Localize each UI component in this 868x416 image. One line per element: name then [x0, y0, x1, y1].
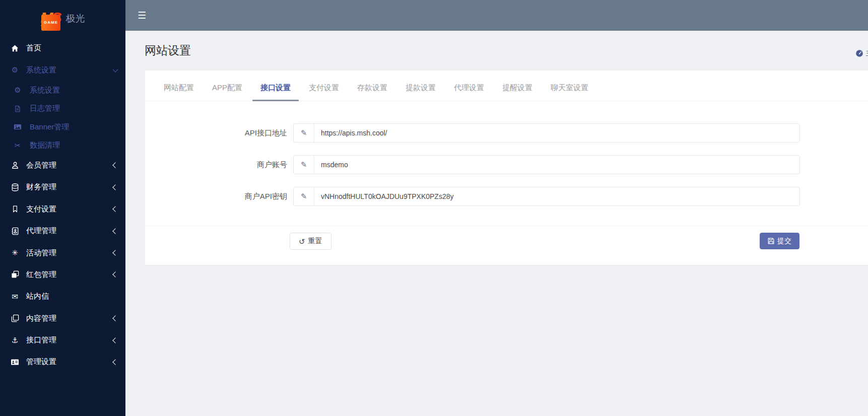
chevron-left-icon — [113, 163, 117, 167]
merchant-account-label: 商户账号 — [145, 160, 287, 170]
sidebar-item-label: 支付设置 — [26, 204, 56, 214]
reset-button-label: 重置 — [308, 237, 322, 246]
sidebar-subitem-label: 系统设置 — [30, 86, 60, 95]
form-footer: ↺ 重置 提交 — [145, 226, 868, 269]
user-icon — [11, 161, 19, 169]
sidebar-item-system-settings[interactable]: ⚙系统设置 — [0, 59, 125, 81]
anchor-icon: ⚓ — [11, 336, 19, 345]
image-icon — [14, 123, 22, 131]
sidebar-item-payment-settings[interactable]: 支付设置 — [0, 198, 125, 220]
merchant-api-key-label: 商户API密钥 — [145, 192, 287, 201]
tab-pay-settings[interactable]: 支付设置 — [301, 83, 347, 101]
logo-title: 极光 — [66, 12, 85, 25]
chevron-down-icon — [113, 69, 117, 72]
sidebar-item-api-management[interactable]: ⚓接口管理 — [0, 329, 125, 351]
chevron-left-icon — [113, 272, 117, 276]
settings-tabs: 网站配置APP配置接口设置支付设置存款设置提款设置代理设置提醒设置聊天室设置 — [145, 71, 868, 101]
save-icon — [768, 238, 774, 244]
submit-button-label: 提交 — [777, 237, 791, 246]
app-logo[interactable]: MS GAME 极光 — [0, 0, 125, 37]
sidebar-item-site-message[interactable]: ✉站内信 — [0, 286, 125, 307]
home-icon — [11, 44, 19, 52]
sidebar-item-label: 接口管理 — [26, 335, 56, 345]
database-icon — [11, 183, 19, 191]
tab-agent-settings[interactable]: 代理设置 — [446, 83, 492, 101]
tab-withdraw-settings[interactable]: 提款设置 — [397, 83, 444, 101]
gear-icon: ⚙ — [14, 86, 22, 95]
sidebar: MS GAME 极光 首页⚙系统设置⚙系统设置日志管理Banner管理✂数据清理… — [0, 0, 125, 416]
sidebar-item-finance-management[interactable]: 财务管理 — [0, 176, 125, 198]
sidebar-subitem-data-cleanup[interactable]: ✂数据清理 — [0, 136, 125, 155]
addressbook-icon — [11, 227, 19, 235]
api-url-input[interactable] — [314, 124, 799, 142]
sidebar-item-label: 代理管理 — [26, 226, 56, 236]
copy-icon — [11, 314, 19, 322]
sidebar-subitem-log-management[interactable]: 日志管理 — [0, 99, 125, 118]
logo-ms-mark: MS GAME — [40, 10, 61, 27]
reset-button[interactable]: ↺ 重置 — [290, 233, 331, 250]
sidebar-item-redpacket-management[interactable]: 红包管理 — [0, 264, 125, 286]
gears-icon: ⚙ — [11, 65, 19, 75]
submit-button[interactable]: 提交 — [760, 233, 799, 249]
sidebar-item-label: 财务管理 — [26, 182, 56, 192]
sidebar-item-activity-management[interactable]: ✳活动管理 — [0, 242, 125, 263]
main-content: 网站设置 主 网站配置APP配置接口设置支付设置存款设置提款设置代理设置提醒设置… — [125, 31, 868, 416]
form-row-merchant-api-key: 商户API密钥✎ — [145, 187, 868, 206]
tab-deposit-settings[interactable]: 存款设置 — [349, 83, 395, 101]
undo-icon: ↺ — [299, 238, 305, 245]
sidebar-item-label: 站内信 — [26, 292, 49, 301]
merchant-account-input-group: ✎ — [293, 155, 800, 174]
bookmark-icon — [11, 205, 19, 213]
chevron-left-icon — [113, 251, 117, 255]
sidebar-item-label: 首页 — [26, 43, 41, 53]
merchant-api-key-input-group: ✎ — [293, 187, 800, 206]
tab-chatroom-settings[interactable]: 聊天室设置 — [543, 83, 596, 101]
chevron-left-icon — [113, 207, 117, 211]
pencil-icon: ✎ — [294, 124, 314, 142]
logo-game-badge: GAME — [41, 15, 60, 31]
merchant-api-key-input[interactable] — [314, 187, 799, 205]
chevron-left-icon — [113, 360, 117, 364]
sidebar-item-home[interactable]: 首页 — [0, 37, 125, 59]
burst-icon: ✳ — [11, 248, 19, 257]
sidebar-item-admin-settings[interactable]: 管理设置 — [0, 351, 125, 373]
tab-api-settings[interactable]: 接口设置 — [252, 83, 299, 101]
tab-reminder-settings[interactable]: 提醒设置 — [494, 83, 541, 101]
sidebar-item-content-management[interactable]: 内容管理 — [0, 308, 125, 329]
topbar: ☰ — [125, 0, 868, 31]
tachometer-icon — [855, 49, 863, 57]
breadcrumb[interactable]: 主 — [855, 49, 868, 58]
sidebar-subitem-label: 数据清理 — [30, 141, 60, 150]
breadcrumb-label: 主 — [866, 49, 868, 58]
page-title: 网站设置 — [145, 43, 191, 58]
form-row-merchant-account: 商户账号✎ — [145, 155, 868, 174]
hamburger-menu-icon[interactable]: ☰ — [138, 11, 146, 20]
form-row-api-url: API接口地址✎ — [145, 123, 868, 143]
api-url-input-group: ✎ — [293, 123, 800, 143]
sidebar-item-agent-management[interactable]: 代理管理 — [0, 220, 125, 242]
sidebar-nav: 首页⚙系统设置⚙系统设置日志管理Banner管理✂数据清理会员管理财务管理支付设… — [0, 37, 125, 373]
tab-website-config[interactable]: 网站配置 — [156, 83, 202, 101]
sidebar-item-label: 活动管理 — [26, 248, 56, 258]
chevron-left-icon — [113, 229, 117, 233]
sidebar-item-label: 会员管理 — [26, 161, 56, 170]
sidebar-item-label: 红包管理 — [26, 270, 56, 280]
settings-card: 网站配置APP配置接口设置支付设置存款设置提款设置代理设置提醒设置聊天室设置 A… — [145, 71, 868, 265]
scissors-icon: ✂ — [14, 141, 22, 150]
clone-icon — [11, 270, 19, 279]
sidebar-subitem-banner-management[interactable]: Banner管理 — [0, 118, 125, 136]
api-url-label: API接口地址 — [145, 128, 287, 138]
chevron-left-icon — [113, 338, 117, 342]
envelope-icon: ✉ — [11, 292, 19, 301]
tab-app-config[interactable]: APP配置 — [204, 83, 250, 101]
sidebar-subitem-label: Banner管理 — [30, 122, 69, 132]
chevron-left-icon — [113, 185, 117, 189]
file-icon — [14, 105, 22, 113]
sidebar-item-label: 管理设置 — [26, 357, 56, 367]
sidebar-item-label: 内容管理 — [26, 314, 56, 323]
addresscard-icon — [11, 358, 19, 366]
sidebar-subitem-system-settings-sub[interactable]: ⚙系统设置 — [0, 81, 125, 100]
merchant-account-input[interactable] — [314, 156, 799, 174]
sidebar-item-member-management[interactable]: 会员管理 — [0, 155, 125, 176]
pencil-icon: ✎ — [294, 187, 314, 205]
